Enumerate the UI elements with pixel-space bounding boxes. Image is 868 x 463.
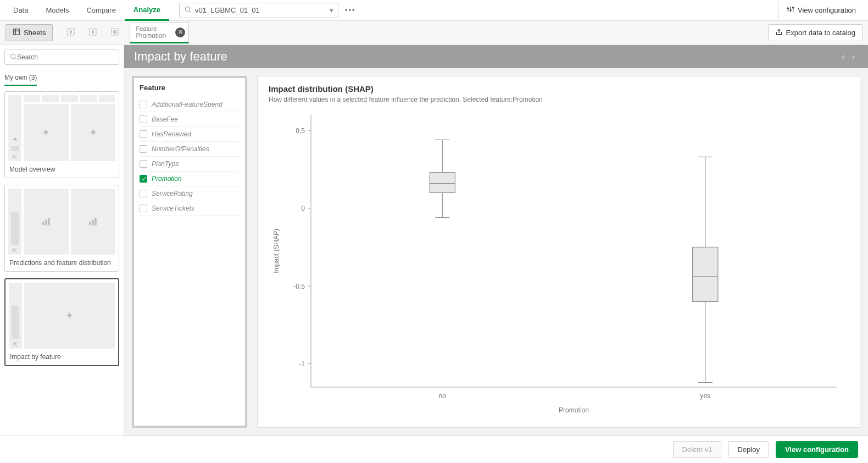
feature-item-label: NumberOfPenalties	[152, 145, 209, 153]
sidebar-subtab-myown[interactable]: My own (3)	[4, 70, 37, 86]
feature-item-label: HasRenewed	[152, 130, 191, 138]
feature-item-label: ServiceRating	[152, 190, 193, 197]
svg-rect-8	[14, 29, 20, 35]
svg-rect-22	[95, 218, 97, 225]
svg-text:no: no	[439, 392, 447, 400]
filter-chip-value: Promotion	[136, 32, 172, 40]
bar-chart-icon	[71, 189, 116, 255]
deploy-button[interactable]: Deploy	[728, 441, 769, 458]
feature-item-servicetickets[interactable]: ServiceTickets	[140, 201, 240, 216]
sidebar-search-input[interactable]	[17, 53, 114, 61]
checkbox-icon	[140, 145, 147, 153]
checkbox-icon: ✓	[140, 175, 147, 183]
feature-list: AdditionalFeatureSpendBaseFeeHasRenewedN…	[140, 97, 240, 216]
export-button[interactable]: Export data to catalog	[768, 24, 863, 41]
prev-sheet-icon[interactable]: ‹	[838, 51, 848, 63]
svg-text:0: 0	[301, 205, 305, 212]
feature-item-label: AdditionalFeatureSpend	[152, 101, 222, 108]
svg-text:-1: -1	[299, 360, 305, 368]
feature-item-promotion[interactable]: ✓Promotion	[140, 172, 240, 186]
svg-point-0	[185, 7, 190, 11]
svg-rect-11	[68, 29, 74, 35]
feature-item-label: Promotion	[152, 175, 182, 183]
checkbox-icon	[140, 160, 147, 168]
chart-title: Impact distribution (SHAP)	[269, 84, 849, 93]
sheet-card-model-overview[interactable]: ✦⇱ ✦✦ Model overview	[4, 91, 119, 178]
svg-rect-37	[430, 173, 455, 193]
svg-rect-20	[90, 222, 91, 225]
svg-point-5	[787, 8, 788, 9]
tab-analyze[interactable]: Analyze	[125, 0, 169, 21]
feature-item-additionalfeaturespend[interactable]: AdditionalFeatureSpend	[140, 97, 240, 112]
checkbox-icon	[140, 130, 147, 138]
checkbox-icon	[140, 101, 147, 108]
more-menu[interactable]: •••	[345, 6, 356, 14]
export-icon	[775, 28, 783, 37]
sheet-card-title: Impact by feature	[9, 351, 115, 362]
sheets-label: Sheets	[24, 29, 46, 37]
checkbox-icon	[140, 205, 147, 212]
sheets-button[interactable]: Sheets	[5, 24, 53, 41]
export-label: Export data to catalog	[786, 29, 855, 37]
feature-item-plantype[interactable]: PlanType	[140, 157, 240, 172]
feature-item-label: BaseFee	[152, 115, 178, 123]
svg-rect-21	[92, 220, 94, 225]
tab-data[interactable]: Data	[4, 1, 37, 20]
svg-rect-17	[42, 222, 44, 225]
filter-chip-close-icon[interactable]: ✕	[175, 27, 185, 37]
sheet-card-title: Model overview	[8, 163, 115, 174]
chart-plot[interactable]: -1-0.500.5noyesPromotionImpact (SHAP)	[269, 107, 849, 420]
svg-point-14	[114, 30, 116, 33]
filter-chip-label: Feature	[136, 25, 172, 32]
svg-text:0.5: 0.5	[296, 127, 305, 135]
checkbox-icon	[140, 115, 147, 123]
model-search[interactable]: ▾	[179, 3, 338, 18]
tab-compare[interactable]: Compare	[77, 1, 124, 20]
selection-tools	[64, 25, 122, 41]
feature-item-numberofpenalties[interactable]: NumberOfPenalties	[140, 142, 240, 157]
filter-chip-feature[interactable]: Feature Promotion ✕	[130, 23, 189, 43]
sidebar-search[interactable]	[4, 49, 119, 65]
svg-text:Promotion: Promotion	[559, 406, 589, 414]
chart-panel: Impact distribution (SHAP) How different…	[257, 76, 860, 428]
next-sheet-icon[interactable]: ›	[848, 51, 858, 63]
search-icon	[9, 53, 17, 62]
feature-item-label: PlanType	[152, 160, 179, 168]
sheet-card-predictions[interactable]: ⇱ Predictions and feature distribution	[4, 185, 119, 272]
feature-panel-title: Feature	[140, 84, 240, 92]
svg-point-6	[790, 10, 791, 11]
tab-models[interactable]: Models	[37, 1, 77, 20]
svg-line-1	[190, 11, 191, 13]
checkbox-icon	[140, 190, 147, 197]
content: Impact by feature ‹ › Feature Additional…	[124, 45, 868, 436]
view-configuration-top[interactable]: View configuration	[778, 1, 864, 19]
page-header: Impact by feature ‹ ›	[124, 45, 868, 68]
svg-rect-12	[90, 29, 96, 35]
chevron-down-icon[interactable]: ▾	[330, 6, 333, 14]
selection-back-icon[interactable]	[64, 25, 78, 41]
feature-item-hasrenewed[interactable]: HasRenewed	[140, 127, 240, 142]
toolbar: Sheets Feature Promotion ✕ Export data t…	[0, 21, 868, 45]
page-title: Impact by feature	[134, 49, 227, 64]
sheet-card-title: Predictions and feature distribution	[8, 257, 115, 268]
sheet-card-impact-by-feature[interactable]: ⇱ ✦ Impact by feature	[4, 278, 119, 366]
model-search-input[interactable]	[195, 6, 330, 14]
svg-rect-19	[48, 218, 49, 225]
view-configuration-top-label: View configuration	[798, 6, 856, 14]
main: My own (3) ✦⇱ ✦✦ Model overview ⇱	[0, 45, 868, 436]
svg-rect-18	[45, 220, 47, 225]
svg-text:yes: yes	[700, 392, 710, 400]
svg-line-16	[15, 58, 16, 59]
svg-point-15	[10, 54, 15, 58]
selection-forward-icon[interactable]	[86, 25, 100, 41]
svg-rect-44	[693, 247, 718, 301]
top-nav: Data Models Compare Analyze ▾ ••• View c…	[0, 0, 868, 21]
svg-text:-0.5: -0.5	[293, 283, 305, 290]
view-configuration-button[interactable]: View configuration	[776, 441, 858, 458]
svg-rect-13	[112, 29, 118, 35]
bar-chart-icon	[24, 189, 69, 255]
feature-item-label: ServiceTickets	[152, 205, 194, 212]
feature-item-servicerating[interactable]: ServiceRating	[140, 186, 240, 201]
feature-item-basefee[interactable]: BaseFee	[140, 112, 240, 127]
selection-clear-icon[interactable]	[108, 25, 122, 41]
